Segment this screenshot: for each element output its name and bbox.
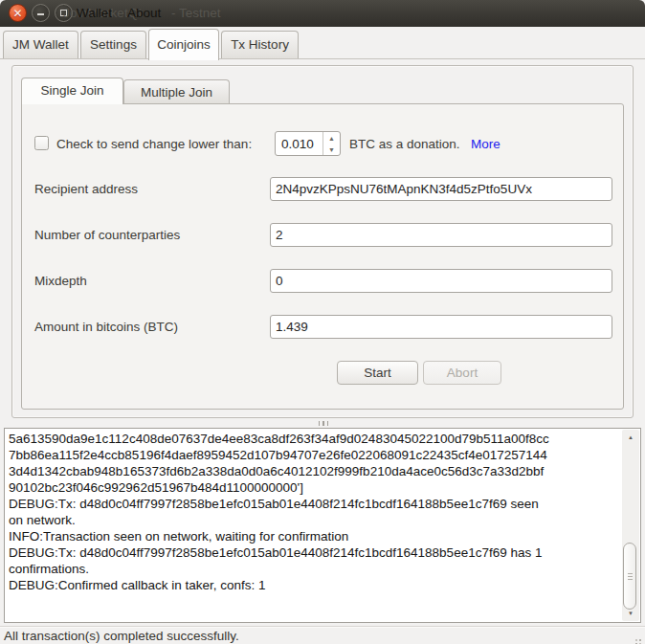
counterparties-input[interactable]: [270, 223, 612, 247]
mixdepth-label: Mixdepth: [34, 274, 87, 288]
amount-btc-label: Amount in bitcoins (BTC): [34, 320, 178, 334]
log-line: on network.: [9, 512, 619, 528]
log-line: 7bb86ea115f2e4ccb85196f4daef8959452d107b…: [9, 447, 619, 463]
tab-jm-wallet[interactable]: JM Wallet: [3, 31, 78, 58]
tab-tx-history[interactable]: Tx History: [221, 31, 299, 58]
donation-amount-spinbox: ▲ ▼: [275, 131, 341, 156]
log-line: confirmations.: [9, 561, 619, 577]
scrollbar-up-icon[interactable]: ▲: [622, 432, 639, 443]
log-line: 5a613590da9e1c112c408de07637de4ee83ca8df…: [9, 431, 619, 447]
scrollbar-thumb[interactable]: [623, 543, 636, 610]
close-button[interactable]: ✕: [9, 4, 27, 22]
tab-single-join[interactable]: Single Join: [21, 78, 123, 104]
scrollbar-grip-icon: [628, 573, 633, 582]
counterparties-label: Number of counterparties: [34, 228, 180, 242]
log-line: 90102bc23f046c992962d51967b484d110000000…: [9, 479, 619, 496]
donation-suffix-label: BTC as a donation.: [349, 137, 460, 151]
tab-multiple-join[interactable]: Multiple Join: [123, 79, 230, 103]
log-output[interactable]: 5a613590da9e1c112c408de07637de4ee83ca8df…: [4, 428, 641, 623]
spin-up-icon[interactable]: ▲: [323, 132, 340, 144]
minimize-button[interactable]: [32, 4, 50, 22]
log-line: DEBUG:Tx: d48d0c04ff7997f2858be1efc015ab…: [9, 544, 619, 561]
donation-amount-input[interactable]: [276, 132, 325, 155]
titlebar: ✕ JoinMarketQt Wallet About - Testnet: [0, 0, 645, 27]
recipient-address-input[interactable]: [270, 177, 612, 201]
splitter-grip[interactable]: [314, 421, 333, 427]
spin-down-icon[interactable]: ▼: [323, 144, 340, 155]
menu-wallet[interactable]: Wallet: [77, 6, 112, 20]
menu-about[interactable]: About: [127, 6, 161, 20]
minimize-icon: [37, 13, 44, 15]
donation-checkbox[interactable]: [34, 136, 49, 150]
tab-settings[interactable]: Settings: [80, 31, 146, 58]
log-line: DEBUG:Tx: d48d0c04ff7997f2858be1efc015ab…: [9, 496, 619, 512]
tab-pane-border: [0, 58, 645, 59]
recipient-address-label: Recipient address: [34, 182, 138, 196]
abort-button[interactable]: Abort: [423, 361, 501, 385]
log-line: INFO:Transaction seen on network, waitin…: [9, 528, 619, 544]
scrollbar-down-icon[interactable]: ▼: [622, 608, 639, 619]
resize-grip-icon[interactable]: [639, 639, 641, 641]
statusbar: All transaction(s) completed successfull…: [0, 626, 645, 644]
donation-checkbox-label: Check to send change lower than:: [56, 137, 252, 151]
spin-buttons: ▲ ▼: [322, 132, 340, 155]
log-line: DEBUG:Confirmed callback in taker, confs…: [9, 577, 619, 593]
mixdepth-input[interactable]: [270, 269, 612, 293]
window-title-suffix: - Testnet: [171, 6, 221, 20]
close-icon: ✕: [10, 5, 26, 21]
start-button[interactable]: Start: [337, 361, 418, 385]
donation-more-link[interactable]: More: [471, 137, 500, 151]
log-line: 3d4d1342cbab948b165373fd6b2a338da0d0a6c4…: [9, 463, 619, 479]
tab-coinjoins[interactable]: Coinjoins: [148, 29, 219, 60]
log-scrollbar[interactable]: ▲ ▼: [622, 430, 639, 621]
status-message: All transaction(s) completed successfull…: [4, 629, 239, 643]
amount-btc-input[interactable]: [270, 315, 612, 339]
